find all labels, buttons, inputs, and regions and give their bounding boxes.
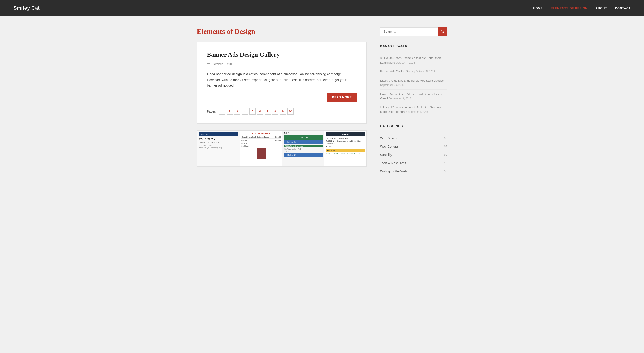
svg-point-0 (441, 30, 444, 33)
recent-post-0: 30 Call-to-Action Examples that are Bett… (380, 54, 447, 67)
category-name-3[interactable]: Tools & Resources (380, 161, 406, 165)
panel3-free-ship: Add $2.03 for free ship... (284, 145, 323, 147)
recent-post-date-2: September 30, 2018 (380, 84, 404, 87)
category-name-1[interactable]: Web General (380, 145, 398, 148)
page-9[interactable]: 9 (280, 108, 286, 115)
panel2-item2: $21.99 (242, 139, 247, 141)
search-box (380, 27, 447, 36)
main-content: Elements of Design Banner Ads Design Gal… (197, 27, 367, 183)
recent-post-date-1: October 5, 2018 (416, 70, 435, 73)
category-name-0[interactable]: Web Design (380, 136, 397, 140)
page-wrapper: Elements of Design Banner Ads Design Gal… (188, 16, 456, 197)
category-count-4: 58 (444, 170, 447, 173)
image-card: Your Cart Your Cart 2 Lenovo - 110-15IBR… (197, 130, 367, 167)
panel4-proceed: PROCEED (326, 149, 365, 152)
panel1-header: Your Cart (199, 132, 238, 136)
recent-posts-title: RECENT POSTS (380, 44, 447, 49)
panel1-sub: Shopping Basket (199, 144, 238, 146)
recent-post-date-4: September 1, 2018 (406, 110, 428, 113)
article-meta: October 5, 2018 (207, 62, 357, 66)
category-count-3: 96 (444, 161, 447, 165)
article-title: Banner Ads Design Gallery (207, 51, 357, 58)
recent-post-title-2: Easily Create iOS and Android App Store … (380, 79, 444, 82)
page-3[interactable]: 3 (234, 108, 240, 115)
panel2-time: 11:29 AM (242, 145, 281, 147)
site-header: Smiley Cat HOME ELEMENTS OF DESIGN ABOUT… (0, 0, 644, 16)
categories-title: CATEGORIES (380, 124, 447, 130)
read-more-button[interactable]: READ MORE (327, 93, 357, 102)
panel2-price: $15.00 (276, 136, 281, 138)
panel3-cart-header: YOUR CART (284, 135, 323, 140)
recent-post-link-2[interactable]: Easily Create iOS and Android App Store … (380, 79, 444, 87)
page-2[interactable]: 2 (226, 108, 233, 115)
panel3-qty: 12 x 16 oz (284, 151, 323, 153)
panel4-cart-info: Cart subtotal (2 items): $37.18 Add $11.… (326, 137, 365, 145)
panel3-title: AG (2) (284, 132, 323, 134)
recent-post-date-0: October 7, 2018 (396, 61, 415, 64)
page-6[interactable]: 6 (257, 108, 263, 115)
panel4-subtotal: Cart subtotal (2 items): $37.18 (326, 137, 365, 140)
panel4-qualify: Add $11.82 of eligible items to qualify … (326, 140, 365, 142)
pagination-label: Pages: (207, 110, 217, 113)
pagination: Pages: 1 2 3 4 5 6 7 8 9 10 (207, 106, 357, 115)
site-title[interactable]: Smiley Cat (14, 5, 40, 11)
recent-post-link-0[interactable]: 30 Call-to-Action Examples that are Bett… (380, 56, 441, 64)
recent-post-2: Easily Create iOS and Android App Store … (380, 76, 447, 90)
panel2-row2: $21.99 $15.00 (242, 139, 281, 142)
category-name-4[interactable]: Writing for the Web (380, 170, 407, 173)
sidebar: RECENT POSTS 30 Call-to-Action Examples … (380, 27, 447, 183)
page-5[interactable]: 5 (249, 108, 256, 115)
category-2: Usability 98 (380, 151, 447, 159)
search-button[interactable] (438, 27, 447, 36)
panel4-back: ◀ Back (326, 145, 365, 148)
screenshot-collage: Your Cart Your Cart 2 Lenovo - 110-15IBR… (197, 131, 366, 166)
panel4-order-note: This order co... (326, 143, 365, 145)
nav-about[interactable]: ABOUT (596, 7, 607, 10)
search-icon (440, 30, 444, 34)
panel2-img (257, 148, 266, 159)
panel3-item: Hint Water Variety Pack (284, 148, 323, 150)
category-name-2[interactable]: Usability (380, 153, 392, 157)
recent-post-date-3: September 8, 2018 (389, 97, 412, 100)
category-count-2: 98 (444, 153, 447, 156)
screenshot-panel-4: amazon Cart subtotal (2 items): $37.18 A… (324, 131, 366, 166)
article-card: Banner Ads Design Gallery October 5, 201… (197, 42, 367, 124)
page-4[interactable]: 4 (242, 108, 248, 115)
article-date: October 5, 2018 (212, 62, 234, 66)
category-0: Web Design 158 (380, 134, 447, 143)
nav-elements-of-design[interactable]: ELEMENTS OF DESIGN (551, 7, 588, 10)
category-1: Web General 102 (380, 143, 447, 151)
panel1-product: Lenovo - 110-15IBR 15.6" L... (199, 142, 238, 144)
article-image: Your Cart Your Cart 2 Lenovo - 110-15IBR… (197, 131, 366, 166)
search-input[interactable] (380, 27, 438, 36)
recent-post-1: Banner Ads Design Gallery October 5, 201… (380, 67, 447, 76)
screenshot-panel-2: charlotte russe Caged Open Back Bodycon … (240, 131, 282, 166)
recent-post-link-1[interactable]: Banner Ads Design Gallery October 5, 201… (380, 70, 435, 73)
page-10[interactable]: 10 (287, 108, 294, 115)
panel4-back-label: ◀ Back (326, 145, 332, 148)
recent-post-4: 8 Easy UX Improvements to Make the Grab … (380, 103, 447, 116)
page-1[interactable]: 1 (219, 108, 225, 115)
recent-post-title-1: Banner Ads Design Gallery (380, 70, 415, 73)
category-count-1: 102 (442, 145, 447, 148)
recent-post-link-4[interactable]: 8 Easy UX Improvements to Make the Grab … (380, 106, 442, 114)
main-nav: HOME ELEMENTS OF DESIGN ABOUT CONTACT (533, 7, 630, 10)
nav-home[interactable]: HOME (533, 7, 543, 10)
panel3-delivery: rd Delivery (3) (284, 141, 323, 144)
recent-posts-section: RECENT POSTS 30 Call-to-Action Examples … (380, 44, 447, 116)
panel2-row1: Caged Open Back Bodycon Dress $15.00 (242, 136, 281, 139)
recent-post-3: How to Mass Delete All the Emails in a F… (380, 90, 447, 103)
screenshot-panel-1: Your Cart Your Cart 2 Lenovo - 110-15IBR… (197, 131, 240, 166)
page-7[interactable]: 7 (264, 108, 271, 115)
nav-contact[interactable]: CONTACT (615, 7, 630, 10)
category-4: Writing for the Web 58 (380, 167, 447, 175)
svg-line-1 (443, 32, 444, 33)
page-8[interactable]: 8 (272, 108, 278, 115)
recent-post-link-3[interactable]: How to Mass Delete All the Emails in a F… (380, 92, 442, 100)
panel2-item: Caged Open Back Bodycon Dress (242, 136, 269, 138)
panel2-strike: $15.00 (276, 139, 281, 141)
calendar-icon (207, 63, 210, 66)
panel1-items: 2 items in your shopping bag (199, 147, 238, 149)
panel3-mycart: ← My Cart (2) (284, 153, 323, 157)
categories-section: CATEGORIES Web Design 158 Web General 10… (380, 124, 447, 175)
